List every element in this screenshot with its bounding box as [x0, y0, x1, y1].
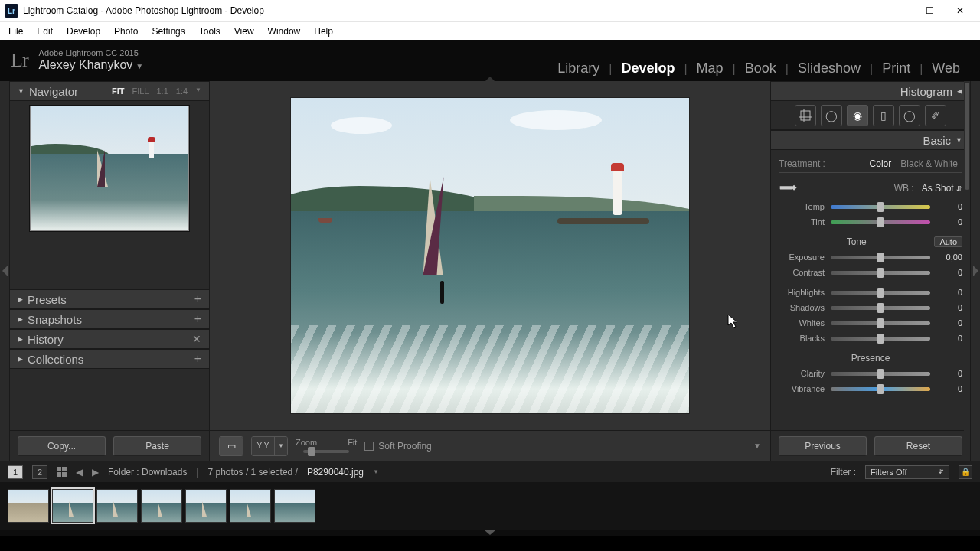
menu-view[interactable]: View — [227, 22, 261, 41]
add-icon[interactable]: + — [194, 292, 201, 306]
temp-value[interactable]: 0 — [936, 202, 962, 211]
menu-help[interactable]: Help — [307, 22, 340, 41]
thumbnail[interactable] — [274, 489, 315, 523]
thumbnail[interactable] — [96, 489, 138, 523]
module-map[interactable]: Map — [688, 60, 733, 77]
thumbnail[interactable] — [141, 489, 182, 523]
highlights-value[interactable]: 0 — [936, 288, 962, 297]
white-balance-picker-icon[interactable] — [776, 175, 802, 201]
close-icon[interactable]: ✕ — [192, 333, 201, 345]
window-close-button[interactable]: ✕ — [945, 0, 975, 21]
before-after-y-button[interactable]: Y|Y — [252, 437, 275, 455]
filter-lock-icon[interactable]: 🔒 — [959, 465, 972, 479]
presets-header[interactable]: ▶Presets + — [10, 289, 209, 309]
before-after-menu[interactable]: ▼ — [275, 437, 287, 455]
wb-dropdown[interactable]: As Shot ⇵ — [922, 183, 962, 194]
thumbnail[interactable] — [52, 489, 93, 523]
canvas-area[interactable] — [210, 81, 770, 430]
left-panel-toggle[interactable] — [0, 81, 9, 461]
spot-removal-tool[interactable]: ◯ — [821, 105, 842, 126]
temp-slider[interactable] — [831, 205, 930, 209]
highlights-slider[interactable] — [831, 291, 930, 295]
module-develop[interactable]: Develop — [612, 60, 684, 77]
snapshots-header[interactable]: ▶Snapshots + — [10, 309, 209, 329]
nav-zoom-1-1[interactable]: 1:1 — [156, 86, 168, 96]
menu-tools[interactable]: Tools — [192, 22, 227, 41]
filter-select[interactable]: Filters Off⇵ — [865, 465, 949, 479]
second-monitor-1[interactable]: 1 — [8, 465, 23, 479]
module-library[interactable]: Library — [548, 60, 609, 77]
grid-view-icon[interactable] — [57, 467, 67, 477]
module-print[interactable]: Print — [873, 60, 920, 77]
history-header[interactable]: ▶History ✕ — [10, 329, 209, 349]
menu-photo[interactable]: Photo — [107, 22, 145, 41]
module-book[interactable]: Book — [736, 60, 786, 77]
contrast-slider[interactable] — [831, 271, 930, 275]
toolbar-menu-icon[interactable]: ▼ — [753, 442, 761, 450]
whites-slider[interactable] — [831, 321, 930, 325]
menu-edit[interactable]: Edit — [30, 22, 60, 41]
module-web[interactable]: Web — [923, 60, 969, 77]
collections-header[interactable]: ▶Collections + — [10, 349, 209, 369]
add-icon[interactable]: + — [194, 352, 201, 366]
clarity-value[interactable]: 0 — [936, 369, 962, 378]
current-filename[interactable]: P8290040.jpg — [307, 467, 364, 478]
paste-button[interactable]: Paste — [113, 436, 201, 456]
menu-window[interactable]: Window — [261, 22, 308, 41]
whites-value[interactable]: 0 — [936, 318, 962, 328]
nav-zoom-fill[interactable]: FILL — [132, 86, 149, 96]
histogram-header[interactable]: Histogram ◀ — [771, 81, 970, 101]
tint-value[interactable]: 0 — [936, 217, 962, 227]
shadows-slider[interactable] — [831, 306, 930, 310]
soft-proofing-checkbox[interactable]: Soft Proofing — [364, 441, 431, 452]
nav-zoom-fit[interactable]: FIT — [112, 86, 125, 96]
blacks-slider[interactable] — [831, 337, 930, 341]
treatment-bw[interactable]: Black & White — [896, 158, 962, 169]
contrast-value[interactable]: 0 — [936, 268, 962, 277]
window-minimize-button[interactable]: — — [884, 0, 914, 21]
filmstrip-next-icon[interactable]: ▶ — [92, 467, 99, 478]
adjustment-brush-tool[interactable]: ✐ — [925, 105, 946, 126]
menu-file[interactable]: File — [2, 22, 30, 41]
vibrance-value[interactable]: 0 — [936, 384, 962, 393]
zoom-slider[interactable]: ZoomFit — [296, 439, 357, 453]
clarity-slider[interactable] — [831, 372, 930, 376]
module-slideshow[interactable]: Slideshow — [789, 60, 870, 77]
second-monitor-2[interactable]: 2 — [32, 465, 47, 479]
thumbnail[interactable] — [8, 489, 49, 523]
basic-header[interactable]: Basic ▼ — [771, 130, 970, 150]
chevron-down-icon[interactable]: ▼ — [373, 468, 379, 475]
identity-plate[interactable]: Alexey Khanykov▼ — [39, 58, 144, 72]
copy-button[interactable]: Copy... — [18, 436, 106, 456]
bottom-panel-toggle[interactable] — [0, 530, 980, 536]
add-icon[interactable]: + — [194, 312, 201, 326]
graduated-filter-tool[interactable]: ▯ — [873, 105, 894, 126]
photo-canvas[interactable] — [291, 98, 689, 413]
crop-tool[interactable] — [795, 105, 816, 126]
tint-slider[interactable] — [831, 220, 930, 224]
radial-filter-tool[interactable]: ◯ — [899, 105, 920, 126]
menu-settings[interactable]: Settings — [145, 22, 191, 41]
folder-path[interactable]: Folder : Downloads — [108, 467, 187, 478]
redeye-tool[interactable]: ◉ — [847, 105, 868, 126]
exposure-value[interactable]: 0,00 — [936, 253, 962, 262]
navigator-preview[interactable] — [10, 101, 209, 289]
chevron-down-icon[interactable]: ▼ — [195, 86, 201, 96]
shadows-value[interactable]: 0 — [936, 303, 962, 312]
navigator-header[interactable]: ▼ Navigator FIT FILL 1:1 1:4 ▼ — [10, 81, 209, 101]
right-scrollbar[interactable] — [964, 81, 970, 461]
vibrance-slider[interactable] — [831, 387, 930, 391]
filmstrip[interactable] — [0, 482, 980, 530]
treatment-color[interactable]: Color — [865, 158, 897, 169]
window-maximize-button[interactable]: ☐ — [914, 0, 945, 21]
filmstrip-prev-icon[interactable]: ◀ — [76, 467, 83, 478]
menu-develop[interactable]: Develop — [60, 22, 107, 41]
right-panel-toggle[interactable] — [971, 81, 980, 461]
loupe-view-button[interactable]: ▭ — [220, 437, 243, 455]
reset-button[interactable]: Reset — [874, 436, 962, 456]
nav-zoom-ratio[interactable]: 1:4 — [176, 86, 188, 96]
thumbnail[interactable] — [230, 489, 271, 523]
auto-tone-button[interactable]: Auto — [934, 236, 962, 247]
previous-button[interactable]: Previous — [779, 436, 867, 456]
exposure-slider[interactable] — [831, 256, 930, 259]
